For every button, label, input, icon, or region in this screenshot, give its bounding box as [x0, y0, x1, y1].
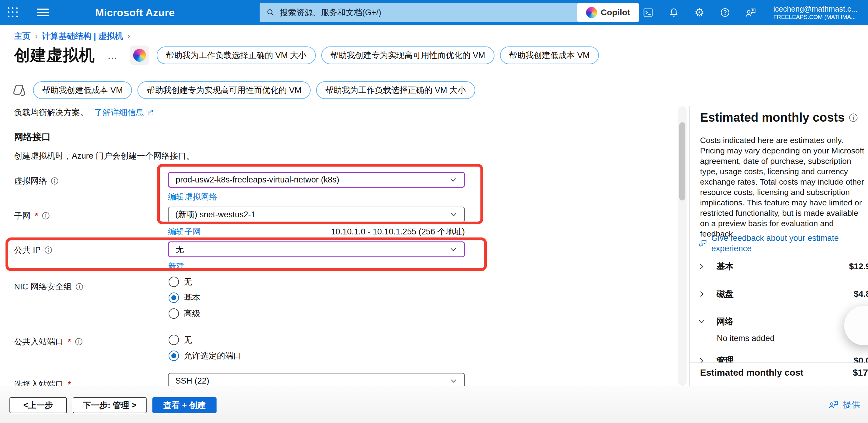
breadcrumb: 主页 › 计算基础结构 | 虚拟机 › [14, 31, 134, 41]
total-divider [690, 363, 868, 363]
inbound-option-allow-selected[interactable]: 允许选定的端口 [168, 350, 242, 361]
nsg-option-none[interactable]: 无 [168, 276, 192, 287]
settings-gear-icon[interactable]: ⚙ [694, 7, 705, 18]
breadcrumb-separator: › [123, 31, 134, 41]
estimate-feedback-link[interactable]: Give feedback about your estimate experi… [699, 233, 857, 254]
inbound-option-none[interactable]: 无 [168, 334, 192, 345]
inbound-ports-label: 公共入站端口 * [14, 336, 83, 347]
azure-create-vm-page: Microsoft Azure 搜索资源、服务和文档(G+/) Copilot … [0, 0, 868, 423]
breadcrumb-section[interactable]: 计算基础结构 | 虚拟机 [42, 31, 123, 41]
page-title: 创建虚拟机 [14, 45, 95, 66]
public-ip-value: 无 [176, 244, 449, 255]
edit-subnet-link[interactable]: 编辑子网 [168, 226, 201, 237]
chevron-down-icon [449, 176, 457, 184]
learn-more-label: 了解详细信息 [94, 107, 144, 118]
chevron-right-icon [698, 262, 711, 271]
cost-row-network[interactable]: 网络 $0.0 [698, 313, 868, 330]
chevron-down-icon [450, 210, 458, 219]
review-create-button[interactable]: 查看 + 创建 [152, 397, 217, 413]
cost-row-management-clipped: 管理 $0.0 [690, 351, 868, 363]
cost-panel-title: Estimated monthly costs [700, 111, 858, 124]
radio-icon [168, 277, 179, 287]
copilot-tile[interactable] [130, 46, 149, 65]
vnet-label: 虚拟网络 [14, 175, 59, 187]
section-heading-network-interface: 网络接口 [14, 131, 51, 143]
public-ip-dropdown[interactable]: 无 [168, 242, 465, 257]
cost-row-management[interactable]: 管理 $0.0 [698, 352, 868, 363]
account-email: icecheng@mathmast.c... [773, 4, 868, 13]
copilot-button-label: Copilot [601, 8, 630, 18]
info-icon[interactable] [44, 246, 52, 254]
app-launcher-icon[interactable] [8, 7, 18, 18]
breadcrumb-separator: › [31, 31, 42, 41]
nsg-option-basic[interactable]: 基本 [168, 292, 200, 303]
topbar-icon-group: ⚙ [643, 0, 756, 25]
nsg-option-advanced[interactable]: 高级 [168, 308, 200, 319]
nsg-label: NIC 网络安全组 [14, 281, 83, 292]
chevron-right-icon [698, 357, 711, 363]
more-actions-icon[interactable]: … [107, 50, 118, 61]
notifications-bell-icon[interactable] [668, 7, 679, 18]
load-balancer-text: 负载均衡解决方案。 了解详细信息 [14, 107, 154, 118]
radio-checked-icon [168, 292, 179, 303]
subnet-dropdown[interactable]: (新项) snet-westus2-1 [168, 207, 465, 223]
next-step-button[interactable]: 下一步: 管理 > [73, 397, 147, 413]
suggestion-pill-vm-size[interactable]: 帮助我为工作负载选择正确的 VM 大小 [157, 47, 316, 64]
chevron-down-icon [698, 317, 711, 326]
copilot-suggestions-top: 帮助我为工作负载选择正确的 VM 大小 帮助我创建专为实现高可用性而优化的 VM… [157, 47, 599, 64]
search-icon [266, 8, 275, 17]
section-description: 创建虚拟机时，Azure 门户会创建一个网络接口。 [14, 150, 194, 161]
footer-feedback-link[interactable]: 提供 [828, 399, 860, 411]
subnet-address-range: 10.10.1.0 - 10.10.1.255 (256 个地址) [331, 226, 465, 237]
required-asterisk: * [35, 211, 38, 221]
footer-feedback-label: 提供 [843, 399, 860, 411]
breadcrumb-home[interactable]: 主页 [14, 31, 31, 41]
suggestion-pill-high-availability[interactable]: 帮助我创建专为实现高可用性而优化的 VM [321, 47, 494, 64]
suggestion-pill-low-cost[interactable]: 帮助我创建低成本 VM [33, 81, 132, 99]
feedback-person-icon[interactable] [745, 7, 756, 18]
title-row: 创建虚拟机 … 帮助我为工作负载选择正确的 VM 大小 帮助我创建专为实现高可用… [14, 45, 599, 66]
search-placeholder: 搜索资源、服务和文档(G+/) [280, 7, 381, 18]
load-balancer-label: 负载均衡解决方案。 [14, 107, 88, 118]
subnet-helper-row: 编辑子网 10.10.1.0 - 10.10.1.255 (256 个地址) [168, 226, 465, 237]
vnet-value: prod-usw2-k8s-freeleaps-virtual-networ (… [176, 175, 449, 185]
radio-icon [168, 308, 179, 319]
copilot-logo-icon [586, 7, 597, 18]
copilot-logo-icon [133, 49, 146, 62]
chevron-down-icon [450, 377, 458, 385]
radio-icon [168, 335, 179, 345]
cost-panel-disclaimer: Costs indicated here are estimates only.… [700, 135, 868, 239]
hamburger-menu-icon[interactable] [37, 8, 49, 17]
cost-row-basic[interactable]: 基本 $12.9 [698, 258, 868, 275]
suggestion-pill-vm-size[interactable]: 帮助我为工作负载选择正确的 VM 大小 [316, 81, 475, 99]
cloud-shell-icon[interactable] [643, 7, 654, 18]
cost-row-disk[interactable]: 磁盘 $4.8 [698, 285, 868, 303]
info-icon[interactable] [42, 212, 50, 220]
brand-title[interactable]: Microsoft Azure [95, 7, 175, 19]
info-icon[interactable] [849, 113, 858, 122]
chevron-right-icon [698, 290, 711, 298]
external-link-icon [146, 109, 154, 116]
copilot-outline-icon [12, 83, 26, 97]
learn-more-link[interactable]: 了解详细信息 [94, 107, 154, 118]
edit-vnet-link[interactable]: 编辑虚拟网络 [168, 191, 217, 202]
info-icon[interactable] [75, 338, 83, 346]
previous-step-button[interactable]: <上一步 [9, 397, 67, 413]
create-new-public-ip-link[interactable]: 新建 [168, 261, 184, 272]
suggestion-pill-low-cost[interactable]: 帮助我创建低成本 VM [500, 47, 599, 64]
suggestion-pill-high-availability[interactable]: 帮助我创建专为实现高可用性而优化的 VM [137, 81, 311, 99]
top-bar: Microsoft Azure 搜索资源、服务和文档(G+/) Copilot … [0, 0, 868, 25]
info-icon[interactable] [75, 283, 83, 291]
estimated-monthly-cost-row: Estimated monthly cost $17 [700, 367, 868, 378]
info-icon[interactable] [51, 177, 59, 185]
account-menu[interactable]: icecheng@mathmast.c... FREELEAPS.COM (MA… [773, 4, 868, 21]
required-asterisk: * [68, 337, 71, 346]
no-items-text: No items added [717, 334, 775, 343]
copilot-button[interactable]: Copilot [577, 3, 639, 22]
feedback-bubbles-icon [699, 233, 708, 254]
select-ports-value: SSH (22) [175, 376, 450, 386]
vnet-dropdown[interactable]: prod-usw2-k8s-freeleaps-virtual-networ (… [168, 172, 465, 188]
scrollbar-thumb[interactable] [679, 122, 685, 200]
footer-bar: <上一步 下一步: 管理 > 查看 + 创建 提供 [0, 386, 868, 423]
help-icon[interactable] [719, 7, 731, 18]
